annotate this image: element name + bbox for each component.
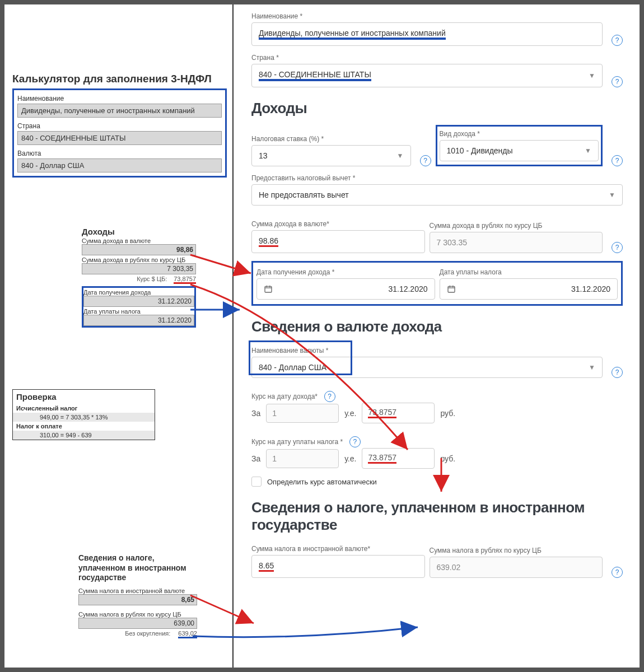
name-value: Дивиденды, полученные от иностранных ком…	[17, 104, 222, 118]
ft-sum-fc-label-left: Сумма налога в иностранной валюте	[78, 587, 197, 594]
country-select[interactable]: 840 - СОЕДИНЕННЫЕ ШТАТЫ▼	[251, 64, 603, 87]
check-title: Проверка	[13, 390, 155, 404]
ft-sum-fc-value-left: 8,65	[78, 594, 197, 605]
foreign-tax-title-right: Сведения о налоге, уплаченном в иностран…	[251, 499, 623, 534]
help-icon[interactable]: ?	[612, 35, 623, 46]
calendar-icon	[447, 284, 456, 293]
sum-rub-value-left: 7 303,35	[82, 263, 196, 274]
help-icon[interactable]: ?	[420, 155, 431, 166]
chevron-down-icon: ▼	[585, 147, 591, 155]
check-calc-value: 949,00 = 7 303,35 * 13%	[13, 413, 155, 422]
chevron-down-icon: ▼	[397, 152, 404, 160]
help-icon[interactable]: ?	[612, 155, 623, 166]
check-due-label: Налог к оплате	[13, 422, 155, 431]
currency-label: Валюта	[17, 150, 222, 157]
name-label-right: Наименование *	[251, 12, 623, 20]
sum-rub-input: 7 303.35	[430, 232, 603, 253]
chevron-down-icon: ▼	[589, 72, 595, 80]
ft-sum-rub-input: 639.02	[430, 557, 603, 578]
help-icon[interactable]: ?	[324, 391, 335, 402]
country-value: 840 - СОЕДИНЕННЫЕ ШТАТЫ	[17, 131, 222, 145]
check-due-value: 310,00 = 949 - 639	[13, 431, 155, 440]
rate-income-qty: 1	[266, 404, 339, 423]
chevron-down-icon: ▼	[589, 363, 595, 371]
rate-rub: руб.	[440, 409, 455, 418]
auto-rate-checkbox[interactable]	[251, 477, 262, 487]
sum-fc-input[interactable]: 98.86	[251, 230, 425, 253]
ft-sum-rub-value-left: 639,00	[78, 618, 197, 629]
chevron-down-icon: ▼	[609, 191, 615, 199]
name-label: Наименование	[17, 95, 222, 102]
income-title-left: Доходы	[82, 227, 227, 236]
name-input[interactable]: Дивиденды, полученные от иностранных ком…	[251, 22, 603, 46]
cb-rate: Курс $ ЦБ: 73,8757	[82, 276, 196, 284]
svg-rect-0	[265, 286, 272, 292]
ft-note: Без округления: 639,02	[78, 630, 197, 638]
date-tax-label-left: Дата уплаты налога	[83, 308, 194, 315]
deduction-label: Предоставить налоговый вычет *	[251, 174, 623, 182]
calendar-icon	[264, 284, 273, 293]
help-icon[interactable]: ?	[349, 436, 361, 447]
rate-rub: руб.	[440, 454, 455, 463]
rate-za: За	[251, 454, 260, 463]
sum-fc-label-left: Сумма дохода в валюте	[82, 237, 196, 244]
date-tax-value-left: 31.12.2020	[83, 315, 194, 326]
rate-za: За	[251, 409, 260, 418]
date-tax-input[interactable]: 31.12.2020	[440, 278, 618, 300]
sum-fc-label-right: Сумма дохода в валюте*	[251, 220, 425, 228]
tax-rate-label: Налоговая ставка (%) *	[251, 135, 411, 143]
rate-income-label: Курс на дату дохода*	[251, 393, 318, 400]
ft-sum-rub-label-right: Сумма налога в рублях по курсу ЦБ	[430, 547, 603, 554]
ft-sum-fc-input[interactable]: 8.65	[251, 555, 425, 578]
income-type-select[interactable]: 1010 - Дивиденды▼	[440, 140, 599, 161]
check-card: Проверка Исчисленный налог 949,00 = 7 30…	[12, 389, 155, 440]
date-income-label-right: Дата получения дохода *	[256, 268, 435, 276]
rate-tax-label: Курс на дату уплаты налога *	[251, 438, 343, 446]
currency-name-select[interactable]: 840 - Доллар США▼	[251, 357, 603, 378]
help-icon[interactable]: ?	[612, 76, 623, 87]
sum-rub-label-right: Сумма дохода в рублях по курсу ЦБ	[430, 222, 603, 230]
date-income-label-left: Дата получения дохода	[83, 289, 194, 296]
currency-value: 840 - Доллар США	[17, 158, 222, 172]
calculator-title: Калькулятор для заполнения 3-НДФЛ	[12, 73, 227, 85]
income-title-right: Доходы	[251, 100, 623, 117]
rate-tax-qty: 1	[266, 449, 339, 468]
rate-tax-value[interactable]: 73.8757	[362, 448, 435, 469]
tax-rate-select[interactable]: 13▼	[251, 145, 411, 166]
currency-name-label: Наименование валюты *	[251, 347, 603, 354]
ft-sum-rub-label-left: Сумма налога в рублях по курсу ЦБ	[78, 611, 197, 618]
date-income-value-left: 31.12.2020	[83, 296, 194, 307]
ft-sum-fc-label-right: Сумма налога в иностранной валюте*	[251, 545, 425, 553]
country-label: Страна	[17, 122, 222, 130]
date-tax-label-right: Дата уплаты налога	[440, 268, 618, 276]
rate-income-value[interactable]: 73.8757	[362, 403, 435, 423]
deduction-select[interactable]: Не предоставлять вычет▼	[251, 184, 623, 206]
rate-ue: у.е.	[344, 454, 356, 463]
help-icon[interactable]: ?	[612, 367, 623, 378]
rate-ue: у.е.	[344, 409, 356, 418]
currency-section-title: Сведения о валюте дохода	[251, 318, 623, 335]
check-calc-label: Исчисленный налог	[13, 404, 155, 413]
svg-rect-4	[448, 286, 455, 292]
sum-fc-value-left: 98,86	[82, 244, 196, 255]
calc-source-card: Наименование Дивиденды, полученные от ин…	[12, 88, 227, 178]
date-income-input[interactable]: 31.12.2020	[256, 278, 435, 300]
foreign-tax-title-left: Сведения о налоге, уплаченном в иностран…	[78, 553, 197, 583]
country-label-right: Страна *	[251, 54, 623, 62]
help-icon[interactable]: ?	[612, 567, 623, 578]
auto-rate-label: Определить курс автоматически	[267, 478, 377, 486]
income-type-label: Вид дохода *	[440, 130, 599, 138]
help-icon[interactable]: ?	[612, 242, 623, 253]
sum-rub-label-left: Сумма дохода в рублях по курсу ЦБ	[82, 256, 196, 263]
